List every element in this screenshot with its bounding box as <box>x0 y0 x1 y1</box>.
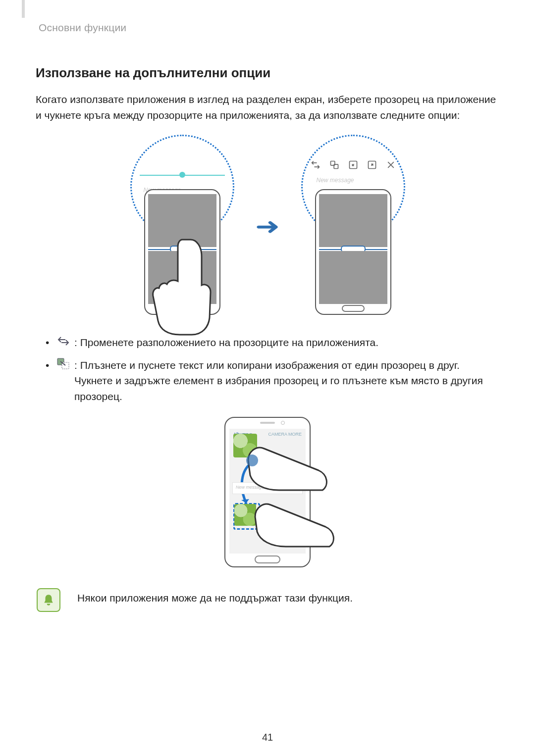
swap-windows-icon <box>56 335 70 347</box>
close-icon <box>386 160 396 170</box>
swap-icon <box>311 160 321 170</box>
intro-paragraph: Когато използвате приложения в изглед на… <box>36 92 499 123</box>
note-text: Някои приложения може да не поддържат та… <box>77 588 353 604</box>
phone-outline <box>144 189 220 315</box>
gallery-thumbnail <box>233 434 257 457</box>
arrow-right-icon: ➜ <box>255 213 280 240</box>
drag-content-icon <box>56 358 70 370</box>
figure-right: New message <box>291 135 415 318</box>
note-bell-icon <box>37 588 60 612</box>
phone-outline: Albums ▾ CAMERA MORE New message <box>224 417 311 567</box>
gallery-actions-label: CAMERA MORE <box>268 432 302 437</box>
minimize-icon <box>348 160 358 170</box>
gallery-thumbnail <box>234 504 256 526</box>
page-tab-notch <box>22 0 25 18</box>
note: Някои приложения може да не поддържат та… <box>37 588 499 612</box>
breadcrumb: Основни функции <box>39 22 499 34</box>
figure-splitview-options: New message ➜ <box>36 135 499 318</box>
placeholder-text: New message <box>317 177 354 184</box>
phone-outline <box>315 189 391 315</box>
figure-drag-drop: Albums ▾ CAMERA MORE New message <box>36 417 499 567</box>
maximize-icon <box>367 160 377 170</box>
list-item: : Променете разположението на прозорците… <box>36 335 499 351</box>
section-heading: Използване на допълнителни опции <box>36 65 499 81</box>
home-button <box>171 305 194 312</box>
figure-left: New message <box>120 135 244 318</box>
page-number: 41 <box>0 732 535 743</box>
home-button <box>342 305 365 312</box>
list-item: : Плъзнете и пуснете текст или копирани … <box>36 357 499 404</box>
drag-content-icon <box>329 160 339 170</box>
list-item-text: : Плъзнете и пуснете текст или копирани … <box>74 359 483 402</box>
options-list: : Променете разположението на прозорците… <box>36 335 499 404</box>
home-button <box>255 555 280 563</box>
list-item-text: : Променете разположението на прозорците… <box>74 337 378 348</box>
message-row: New message <box>232 482 303 494</box>
